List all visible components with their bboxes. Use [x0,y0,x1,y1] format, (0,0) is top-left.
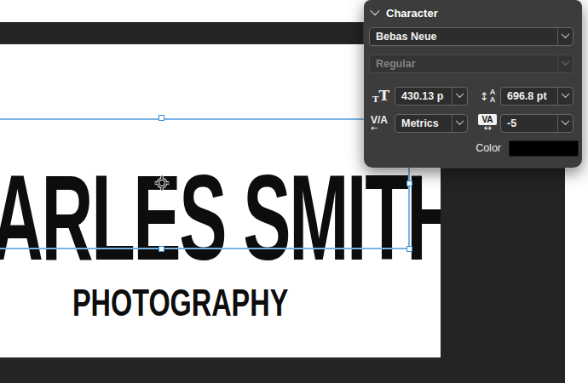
font-family-value: Bebas Neue [370,28,557,45]
font-family-select[interactable]: Bebas Neue [369,27,574,46]
font-size-icon[interactable]: TT [369,89,393,102]
panel-collapse-chevron-icon[interactable] [370,5,379,14]
text-color-swatch[interactable] [509,140,579,157]
kerning-value: Metrics [395,115,452,132]
size-leading-row: TT 430.13 p ↕ AA 696.8 pt [369,86,574,106]
font-style-chevron [558,55,573,72]
chevron-down-icon [456,117,464,125]
selection-handle-bottom-center[interactable] [159,246,164,252]
kerning-icon-arrow: ← [371,125,378,132]
kerning-icon[interactable]: V/A ← [369,115,393,132]
selection-bounding-box[interactable] [0,118,410,249]
font-size-icon-small-t: T [372,95,378,103]
font-size-value: 430.13 p [395,88,452,105]
leading-value: 696.8 pt [501,88,557,105]
kerning-chevron[interactable] [453,115,467,132]
font-size-field[interactable]: 430.13 p [395,87,468,106]
selection-handle-bottom-right[interactable] [406,246,412,252]
reference-point-icon [153,174,171,192]
font-size-icon-big-t: T [378,89,389,102]
chevron-down-icon [562,30,570,38]
tracking-icon-arrow: ↔ [483,124,491,133]
chevron-down-icon [456,89,464,98]
panel-title: Character [386,7,438,20]
leading-icon-a-bottom: A [490,96,496,104]
selection-handle-right-middle[interactable] [406,180,412,186]
font-size-chevron[interactable] [453,88,467,105]
kerning-tracking-row: V/A ← Metrics VA ↔ -5 [369,113,574,134]
character-panel: Character Bebas Neue Regular TT 430.13 p… [364,0,582,168]
leading-field[interactable]: 696.8 pt [500,87,574,106]
color-label: Color [476,142,501,154]
tracking-value: -5 [501,115,557,132]
tracking-chevron[interactable] [558,115,573,132]
chevron-down-icon [562,57,570,66]
color-row: Color [364,140,579,157]
leading-chevron[interactable] [558,88,573,105]
font-style-select: Regular [369,54,574,73]
tracking-icon[interactable]: VA ↔ [476,114,499,133]
font-family-chevron[interactable] [558,28,573,45]
kerning-field[interactable]: Metrics [395,114,468,133]
chevron-down-icon [562,117,570,125]
leading-icon[interactable]: ↕ AA [476,89,499,103]
tracking-field[interactable]: -5 [500,114,574,133]
stage: ARLES SMITH PHOTOGRAPHY Character [0,0,588,383]
chevron-down-icon [562,89,570,98]
font-style-value: Regular [370,55,557,72]
leading-icon-arrow: ↕ [480,90,489,103]
character-panel-header[interactable]: Character [372,4,438,21]
leading-icon-letters: AA [490,89,496,103]
selection-handle-top-center[interactable] [159,115,164,121]
subline-text[interactable]: PHOTOGRAPHY [72,283,288,322]
